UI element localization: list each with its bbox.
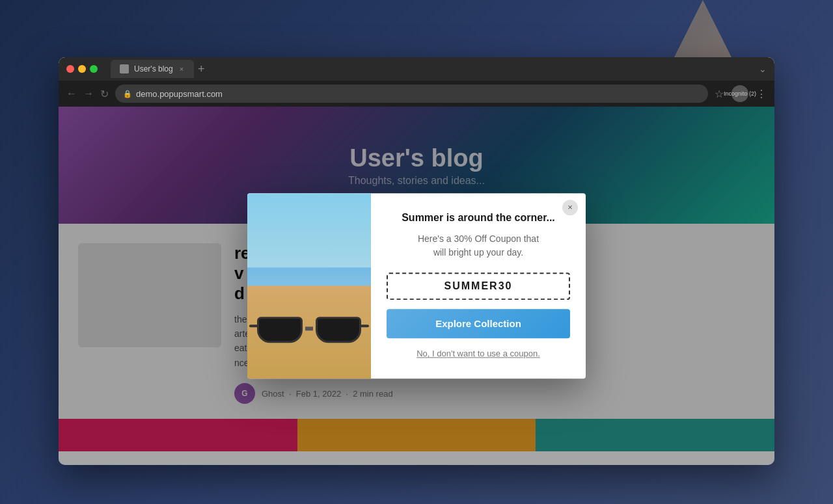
close-window-button[interactable] — [66, 65, 74, 73]
popup-close-button[interactable]: × — [562, 200, 578, 215]
sg-arm-left — [249, 325, 258, 327]
coupon-code-box[interactable]: SUMMER30 — [387, 273, 570, 300]
decline-link[interactable]: No, I don't want to use a coupon. — [416, 348, 540, 361]
back-button[interactable]: ← — [66, 88, 77, 99]
browser-window: User's blog × + ⌄ ← → ↻ 🔒 demo.popupsmar… — [59, 57, 774, 465]
tab-area: User's blog × + — [111, 60, 754, 78]
sunglasses-graphic — [257, 317, 361, 343]
lock-icon: 🔒 — [123, 90, 132, 98]
sg-lens-right — [316, 317, 361, 343]
address-field[interactable]: 🔒 demo.popupsmart.com — [115, 85, 708, 103]
sg-bridge — [305, 326, 313, 330]
new-tab-button[interactable]: + — [198, 62, 205, 76]
tab-close-button[interactable]: × — [178, 65, 185, 73]
bookmark-icon[interactable]: ☆ — [715, 88, 724, 100]
forward-button[interactable]: → — [83, 88, 94, 99]
address-bar: ← → ↻ 🔒 demo.popupsmart.com ☆ Incognito … — [59, 81, 774, 107]
popup-heading: Summer is around the corner... — [402, 211, 555, 225]
incognito-label: Incognito (2) — [724, 90, 756, 97]
title-bar: User's blog × + ⌄ — [59, 57, 774, 81]
minimize-window-button[interactable] — [78, 65, 86, 73]
maximize-window-button[interactable] — [90, 65, 98, 73]
tab-favicon — [120, 64, 129, 73]
window-chevron-icon: ⌄ — [759, 64, 767, 74]
more-options-icon[interactable]: ⋮ — [756, 88, 767, 100]
tab-title: User's blog — [134, 64, 173, 73]
incognito-badge: Incognito (2) — [731, 85, 748, 102]
active-tab[interactable]: User's blog × — [111, 60, 194, 78]
sg-lens-left — [257, 317, 303, 343]
popup-modal: × Summer is around the corner... Here's … — [247, 193, 586, 378]
refresh-button[interactable]: ↻ — [100, 88, 109, 100]
popup-subtext: Here's a 30% Off Coupon thatwill bright … — [418, 233, 539, 260]
address-bar-right: ☆ Incognito (2) ⋮ — [715, 85, 767, 102]
page-content: User's blog Thoughts, stories and ideas.… — [59, 107, 774, 465]
url-display: demo.popupsmart.com — [136, 89, 223, 99]
traffic-lights — [66, 65, 98, 73]
title-bar-right: ⌄ — [759, 64, 767, 74]
popup-content: × Summer is around the corner... Here's … — [371, 193, 586, 378]
sg-arm-right — [360, 325, 369, 327]
explore-collection-button[interactable]: Explore Collection — [387, 310, 570, 339]
popup-image — [247, 193, 371, 378]
sg-frame — [257, 317, 361, 343]
